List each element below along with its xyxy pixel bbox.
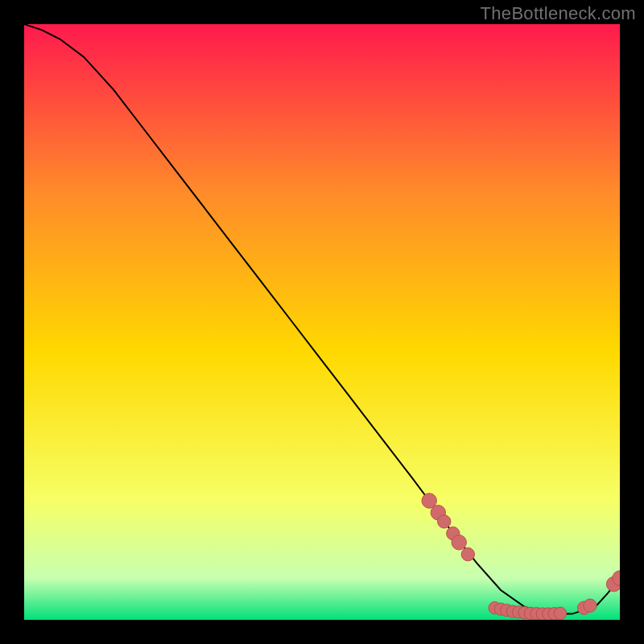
curve-marker xyxy=(438,515,451,528)
watermark-text: TheBottleneck.com xyxy=(481,3,636,24)
curve-marker xyxy=(554,607,566,619)
chart-svg xyxy=(24,24,620,620)
chart-stage: TheBottleneck.com xyxy=(0,0,644,644)
curve-marker xyxy=(461,547,474,560)
gradient-background xyxy=(24,24,620,620)
chart-plot-area xyxy=(24,24,620,620)
curve-marker xyxy=(584,599,597,612)
curve-marker xyxy=(452,535,466,550)
